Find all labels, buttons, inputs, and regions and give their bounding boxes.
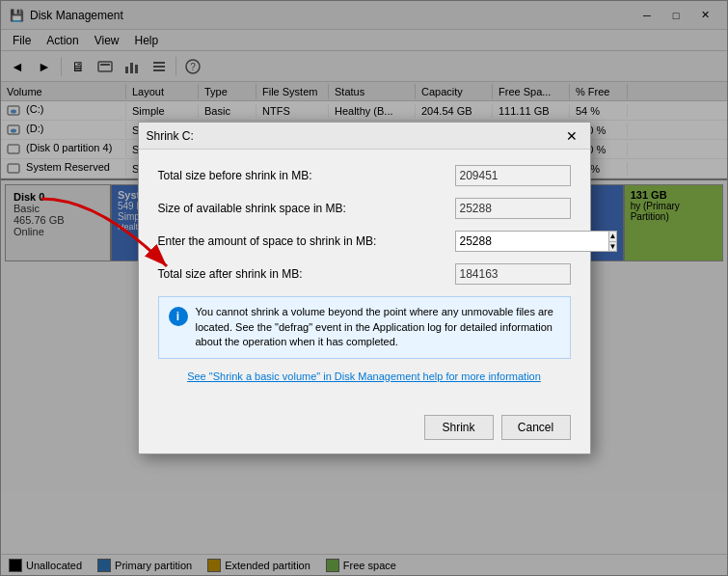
modal-footer: Shrink Cancel: [139, 407, 590, 453]
spinner-up-button[interactable]: ▲: [609, 232, 617, 242]
modal-title: Shrink C:: [147, 129, 561, 143]
form-row-total-before: Total size before shrink in MB:: [158, 165, 571, 186]
shrink-button[interactable]: Shrink: [424, 415, 494, 440]
modal-title-bar: Shrink C: ✕: [139, 123, 590, 150]
shrink-amount-input[interactable]: [455, 231, 608, 252]
info-text: You cannot shrink a volume beyond the po…: [196, 305, 560, 349]
value-available: [455, 198, 571, 219]
spinner-down-button[interactable]: ▼: [609, 242, 617, 252]
form-row-total-after: Total size after shrink in MB:: [158, 263, 571, 285]
label-total-after: Total size after shrink in MB:: [158, 267, 455, 281]
shrink-amount-spinner: ▲ ▼: [455, 231, 571, 252]
shrink-dialog: Shrink C: ✕ Total size before shrink in …: [138, 122, 591, 453]
input-total-before: [455, 165, 571, 186]
info-icon: i: [169, 307, 188, 326]
label-available: Size of available shrink space in MB:: [158, 202, 455, 215]
modal-body: Total size before shrink in MB: Size of …: [139, 150, 590, 406]
form-row-available: Size of available shrink space in MB:: [158, 198, 571, 219]
value-shrink-amount: ▲ ▼: [455, 231, 571, 252]
modal-close-button[interactable]: ✕: [561, 126, 582, 146]
info-box: i You cannot shrink a volume beyond the …: [158, 296, 571, 358]
value-total-after: [455, 263, 571, 285]
spinner-buttons: ▲ ▼: [608, 231, 618, 252]
modal-overlay: Shrink C: ✕ Total size before shrink in …: [0, 0, 728, 576]
value-total-before: [455, 165, 571, 186]
label-total-before: Total size before shrink in MB:: [158, 169, 455, 182]
label-shrink-amount: Enter the amount of space to shrink in M…: [158, 234, 455, 248]
input-available: [455, 198, 571, 219]
cancel-button[interactable]: Cancel: [501, 415, 571, 440]
input-total-after: [455, 263, 571, 285]
form-row-shrink-amount: Enter the amount of space to shrink in M…: [158, 231, 571, 252]
help-link[interactable]: See "Shrink a basic volume" in Disk Mana…: [158, 370, 571, 382]
modal-wrapper: Shrink C: ✕ Total size before shrink in …: [138, 122, 591, 453]
